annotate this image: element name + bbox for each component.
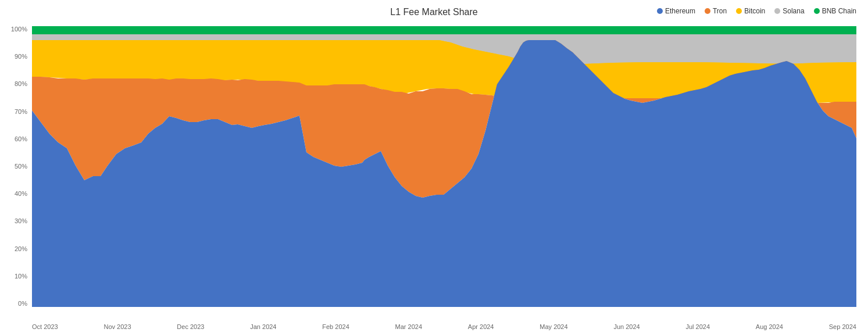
bitcoin-dot <box>736 8 742 14</box>
chart-container: L1 Fee Market Share Ethereum Tron Bitcoi… <box>0 0 868 336</box>
x-label-jul2024: Jul 2024 <box>685 323 710 330</box>
x-label-sep2024: Sep 2024 <box>829 323 856 330</box>
legend-item-solana: Solana <box>774 7 804 15</box>
x-label-dec2023: Dec 2023 <box>177 323 204 330</box>
svg-marker-25 <box>32 26 856 34</box>
x-label-mar2024: Mar 2024 <box>395 323 422 330</box>
x-label-aug2024: Aug 2024 <box>756 323 783 330</box>
y-label-60: 60% <box>15 136 27 142</box>
y-label-40: 40% <box>15 191 27 197</box>
x-label-may2024: May 2024 <box>540 323 567 330</box>
bnbchain-dot <box>814 8 820 14</box>
x-label-oct2023: Oct 2023 <box>32 323 58 330</box>
legend-label-ethereum: Ethereum <box>665 7 695 15</box>
y-label-100: 100% <box>11 26 27 33</box>
x-label-jan2024: Jan 2024 <box>250 323 276 330</box>
x-label-jun2024: Jun 2024 <box>613 323 640 330</box>
legend-label-tron: Tron <box>713 7 727 15</box>
tron-dot <box>705 8 710 14</box>
legend-item-bitcoin: Bitcoin <box>736 7 765 15</box>
chart-title: L1 Fee Market Share <box>390 7 477 17</box>
x-label-feb2024: Feb 2024 <box>322 323 349 330</box>
x-label-apr2024: Apr 2024 <box>468 323 494 330</box>
y-axis: 100% 90% 80% 70% 60% 50% 40% 30% 20% 10%… <box>0 26 32 307</box>
chart-area-main <box>32 26 856 307</box>
legend-label-bitcoin: Bitcoin <box>744 7 765 15</box>
y-label-50: 50% <box>15 163 27 170</box>
legend-label-bnbchain: BNB Chain <box>822 7 856 15</box>
x-label-nov2023: Nov 2023 <box>103 323 131 330</box>
y-label-90: 90% <box>15 53 27 60</box>
ethereum-dot <box>657 8 663 14</box>
legend: Ethereum Tron Bitcoin Solana BNB Chain <box>657 7 856 15</box>
legend-label-solana: Solana <box>783 7 804 15</box>
legend-item-bnbchain: BNB Chain <box>814 7 856 15</box>
legend-item-tron: Tron <box>705 7 727 15</box>
y-label-20: 20% <box>15 246 27 252</box>
y-label-30: 30% <box>15 218 27 224</box>
y-label-80: 80% <box>15 81 27 87</box>
y-label-10: 10% <box>15 273 27 280</box>
x-axis: Oct 2023 Nov 2023 Dec 2023 Jan 2024 Feb … <box>32 323 856 330</box>
legend-item-ethereum: Ethereum <box>657 7 695 15</box>
y-label-70: 70% <box>15 109 27 115</box>
solana-dot <box>774 8 780 14</box>
y-label-0: 0% <box>18 301 27 307</box>
stacked-area-chart <box>32 26 856 307</box>
